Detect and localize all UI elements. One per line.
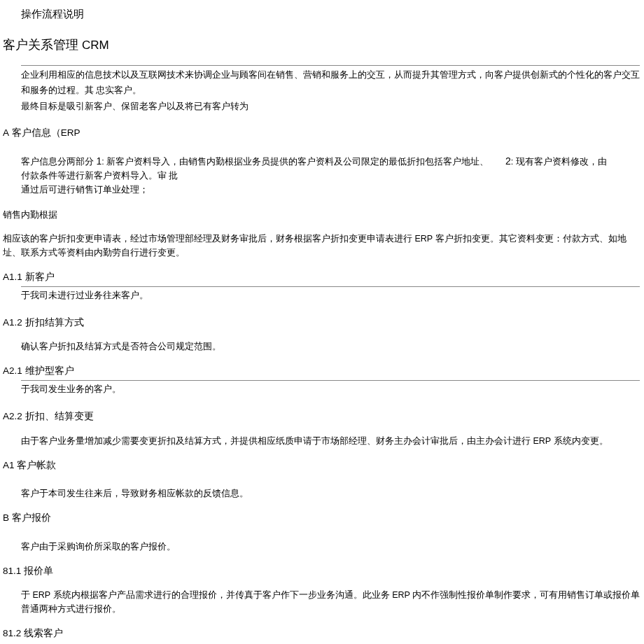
- a-left-a: 客户信息分两部分: [21, 157, 96, 167]
- a1-prefix: A1: [3, 460, 15, 470]
- a22-prefix: A2.2: [3, 411, 22, 421]
- b82-label: 81.2 线索客户: [0, 626, 644, 641]
- divider: [21, 65, 640, 66]
- b-prefix: B: [3, 512, 9, 523]
- a22-body: 由于客户业务量增加减少需要变更折扣及结算方式，并提供相应纸质申请于市场部经理、财…: [0, 434, 644, 448]
- a21-prefix: A2.1: [3, 365, 22, 376]
- b81-erp1: ERP: [32, 590, 50, 600]
- a-right-text: : 现有客户资料修改，由: [511, 157, 607, 167]
- a11-prefix: A1.1: [3, 272, 22, 282]
- b-text: 客户报价: [9, 512, 51, 523]
- a11-text: 新客户: [22, 272, 55, 282]
- a22-label: A2.2 折扣、结算变更: [0, 409, 644, 424]
- b81-prefix: 81.1: [3, 566, 21, 576]
- b81-label: 81.1 报价单: [0, 564, 644, 579]
- section-a-erp: ERP: [61, 127, 80, 138]
- a-right-num2: 2: [505, 155, 511, 167]
- section-a-col-right: 2: 现有客户资料修改，由: [505, 153, 624, 197]
- intro-line1: 企业利用相应的信息技术以及互联网技术来协调企业与顾客间在销售、营销和服务上的交互…: [21, 67, 644, 99]
- a-left-c: 通过后可进行销售订单业处理；: [21, 185, 148, 195]
- page-title: 操作流程说明: [0, 6, 644, 22]
- a22-text: 折扣、结算变更: [22, 411, 94, 421]
- section-a-label: A 客户信息（ERP: [0, 125, 644, 141]
- a-para-a: 相应该的客户折扣变更申请表，经过市场管理部经理及财务审批后，财务根据客户折扣变更…: [3, 234, 414, 244]
- intro-line2: 最终目标是吸引新客户、保留老客户以及将已有客户转为: [21, 99, 644, 115]
- a11-body: 于我司未进行过业务往来客户。: [0, 288, 644, 302]
- a22-body-erp: ERP: [533, 436, 551, 446]
- a1-body: 客户于本司发生往来后，导致财务相应帐款的反馈信息。: [0, 486, 644, 500]
- section-a-prefix: A: [3, 127, 9, 138]
- a-para-erp: ERP: [414, 234, 433, 244]
- b81-body: 于 ERP 系统内根据客户产品需求进行的合理报价，并传真于客户作下一步业务沟通。…: [0, 588, 644, 616]
- a1-label: A1 客户帐款: [0, 458, 644, 473]
- a22-body-a: 由于客户业务量增加减少需要变更折扣及结算方式，并提供相应纸质申请于市场部经理、财…: [21, 436, 533, 446]
- intro-paragraph: 企业利用相应的信息技术以及互联网技术来协调企业与顾客间在销售、营销和服务上的交互…: [0, 67, 644, 115]
- b-body: 客户由于采购询价所采取的客户报价。: [0, 540, 644, 554]
- a12-label: A1.2 折扣结算方式: [0, 315, 644, 330]
- section-a-col-left: 客户信息分两部分 1: 新客户资料导入，由销售内勤根据业务员提供的客户资料及公司…: [21, 153, 497, 197]
- a12-prefix: A1.2: [3, 317, 22, 328]
- b81-b: 系统内根据客户产品需求进行的合理报价，并传真于客户作下一步业务沟通。此业务: [50, 590, 392, 600]
- section-a-text: 客户信息（: [9, 127, 61, 138]
- b82-prefix: 81.2: [3, 628, 21, 638]
- a21-text: 维护型客户: [22, 365, 74, 376]
- section-a-two-column: 客户信息分两部分 1: 新客户资料导入，由销售内勤根据业务员提供的客户资料及公司…: [0, 153, 644, 197]
- b82-text: 线索客户: [21, 628, 63, 638]
- divider: [21, 380, 640, 381]
- a1-text: 客户帐款: [15, 460, 57, 470]
- b81-a: 于: [21, 590, 32, 600]
- a11-label: A1.1 新客户: [0, 270, 644, 285]
- section-b-label: B 客户报价: [0, 510, 644, 526]
- b81-text: 报价单: [21, 566, 53, 576]
- a21-label: A2.1 维护型客户: [0, 363, 644, 379]
- a22-body-b: 系统内变更。: [551, 436, 608, 446]
- a12-text: 折扣结算方式: [22, 317, 84, 328]
- main-heading-cn: 客户关系管理: [3, 38, 78, 52]
- main-heading-en: CRM: [82, 38, 109, 52]
- a21-body: 于我司发生业务的客户。: [0, 382, 644, 396]
- b81-erp2: ERP: [392, 590, 410, 600]
- a12-body: 确认客户折扣及结算方式是否符合公司规定范围。: [0, 340, 644, 354]
- a-inner-line: 销售内勤根据: [0, 208, 644, 222]
- a-change-paragraph: 相应该的客户折扣变更申请表，经过市场管理部经理及财务审批后，财务根据客户折扣变更…: [0, 232, 644, 260]
- divider: [21, 286, 640, 287]
- main-heading: 客户关系管理 CRM: [0, 35, 644, 55]
